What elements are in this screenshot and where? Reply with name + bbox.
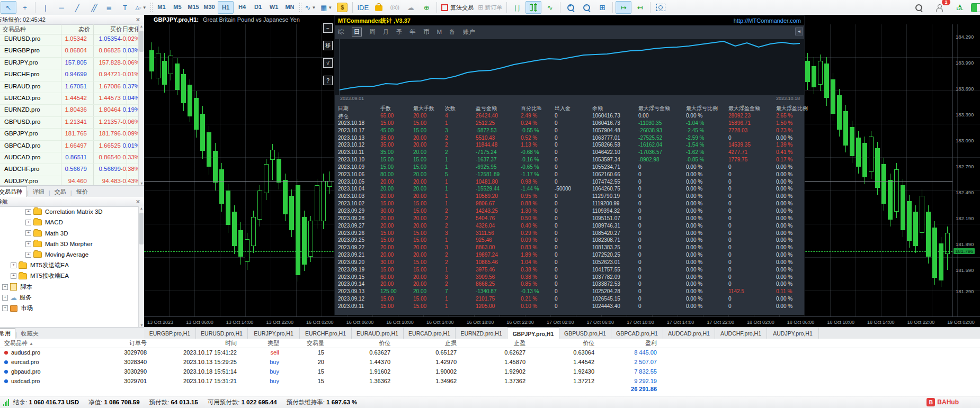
stats-row[interactable]: 2023.09.13125.0020.007-1340.87-0.13 %010… [335, 288, 804, 296]
tree-item[interactable]: +Moving Average [0, 249, 139, 260]
stats-row[interactable]: 2023.09.1115.0015.0011205.000.10 %010244… [335, 303, 804, 311]
navigator-tab-0[interactable]: 常用 [0, 328, 15, 339]
mtcommander-tab-0[interactable]: 综 [338, 28, 344, 36]
chart-tab[interactable]: EURJPY.pro,H1 [248, 328, 300, 339]
line-chart-mode-button[interactable]: ∿ [542, 2, 557, 13]
candle-chart-mode-button[interactable] [525, 1, 541, 14]
stats-row[interactable]: 2023.10.1815.0015.0012512.250.24 %010604… [335, 120, 804, 128]
stats-row[interactable]: 2023.10.1015.0015.001-1637.37-0.16 %0105… [335, 157, 804, 164]
position-row[interactable]: gbpaud.pro30302902023.10.18 15:51:14buy1… [0, 367, 980, 376]
bar-chart-mode-button[interactable]: ⌠⌡ [510, 2, 524, 13]
chart-tab[interactable]: GBPUSD.pro,H1 [559, 328, 611, 339]
stats-row[interactable]: 2023.10.0520.0020.00110481.800.98 %01074… [335, 179, 804, 186]
mtcommander-tab-7[interactable]: M [437, 29, 442, 35]
mtcommander-tab-1[interactable]: 日 [352, 28, 362, 37]
tree-item[interactable]: +MT5接收端EA [0, 271, 139, 282]
market-watch-tab-2[interactable]: 交易 [50, 187, 70, 197]
positions-column-header[interactable]: 止盈 [461, 339, 530, 347]
market-watch-row[interactable]: EURJPY.pro157.805157.828-0.06% [0, 58, 139, 69]
ide-button[interactable]: IDE [355, 2, 370, 13]
navigator-scrollbar[interactable]: ▲▼ [138, 206, 144, 327]
timeframe-mn[interactable]: MN [282, 1, 297, 13]
chart-tab[interactable]: EURCAD.pro,H1 [404, 328, 456, 339]
column-bid[interactable]: 卖价 [78, 25, 90, 33]
market-watch-row[interactable]: AUDCAD.pro0.865110.86540-0.33% [0, 152, 139, 164]
horizontal-line-tool-button[interactable]: ─ [54, 2, 69, 13]
mtcommander-tab-3[interactable]: 月 [383, 28, 389, 36]
tree-item[interactable]: +Math 3D [0, 228, 139, 239]
stats-row[interactable]: 2023.09.2120.0020.00219897.241.89 %01072… [335, 252, 804, 259]
mtcommander-tab-4[interactable]: 季 [396, 28, 403, 36]
indicators-button[interactable]: ▦▼ [319, 2, 334, 13]
chart-tab[interactable]: EURUSD.pro,H1 [196, 328, 248, 339]
stats-row[interactable]: 2023.09.1560.0020.0033909.560.38 %010377… [335, 274, 804, 282]
fibonacci-tool-button[interactable]: ≣ [102, 2, 117, 13]
community-button[interactable]: ⊕ [419, 2, 434, 13]
timeframe-m30[interactable]: M30 [202, 1, 217, 13]
mtcommander-tab-5[interactable]: 年 [410, 28, 416, 36]
close-icon[interactable]: ✕ [134, 16, 142, 23]
tree-item[interactable]: +市场 [0, 303, 139, 314]
market-watch-row[interactable]: EURCAD.pro1.445421.445730.04% [0, 93, 139, 105]
stats-row[interactable]: 2023.10.1335.0020.0025510.430.52 %010637… [335, 135, 804, 142]
timeframe-h1[interactable]: H1 [218, 1, 234, 14]
mtcommander-tab-6[interactable]: 币 [423, 28, 430, 36]
stats-row[interactable]: 2023.10.0215.0015.0019806.670.88 %011192… [335, 201, 804, 208]
timeframe-d1[interactable]: D1 [251, 1, 265, 13]
close-icon[interactable]: ✕ [134, 198, 142, 205]
chart-ea-button-1[interactable]: 移 [323, 41, 333, 50]
stats-row[interactable]: 2023.10.1745.0015.003-5872.53-0.55 %0105… [335, 128, 804, 135]
expand-icon[interactable]: + [25, 209, 31, 215]
market-store-button[interactable] [371, 2, 386, 13]
tile-windows-button[interactable]: ⊞ [595, 2, 610, 13]
market-watch-tab-3[interactable]: 报价 [72, 187, 92, 197]
market-watch-scrollbar[interactable]: ▲▼ [138, 24, 144, 185]
column-change[interactable]: 日变化 [122, 25, 140, 33]
position-row[interactable]: audusd.pro30297082023.10.17 15:41:22sell… [0, 348, 980, 357]
timeframe-h4[interactable]: H4 [235, 1, 250, 13]
stats-row[interactable]: 2023.09.2930.0015.00214243.251.30 %01109… [335, 208, 804, 215]
chart-tab[interactable]: GBPCAD.pro,H1 [611, 328, 663, 339]
chart-tab[interactable]: AUDCHF.pro,H1 [715, 328, 767, 339]
expand-icon[interactable]: + [25, 252, 31, 258]
market-watch-row[interactable]: GBPCAD.pro1.664971.665250.01% [0, 141, 139, 152]
tree-item[interactable]: +脚本 [0, 282, 139, 292]
crosshair-tool-button[interactable]: + [17, 2, 32, 13]
search-button[interactable] [911, 2, 926, 13]
market-watch-tab-1[interactable]: 详细 [29, 187, 49, 197]
stats-row[interactable]: 2023.10.0320.0020.00110589.200.95 %01129… [335, 193, 804, 201]
tree-item[interactable]: +Correlation Matrix 3D [0, 206, 139, 217]
mtcommander-tab-8[interactable]: 备 [449, 28, 456, 36]
stats-row[interactable]: 持仓65.0020.00426424.402.49 %01060416.730.… [335, 113, 804, 120]
timeframe-m1[interactable]: M1 [154, 1, 169, 13]
stats-row[interactable]: 2023.09.2720.0020.0024326.040.40 %010897… [335, 223, 804, 230]
tree-item[interactable]: +MT5发送端EA [0, 260, 139, 270]
auto-scroll-button[interactable]: ↤ [632, 2, 647, 13]
market-watch-tab-0[interactable]: 交易品种 [0, 186, 27, 197]
stats-row[interactable]: 2023.09.2820.0020.0025404.760.50 %010951… [335, 215, 804, 223]
expand-icon[interactable]: + [25, 230, 31, 236]
new-order-button[interactable]: ⊞新订单 [476, 2, 504, 13]
vps-button[interactable]: ☁ [403, 2, 418, 13]
stats-row[interactable]: 2023.09.1420.0020.0028668.250.85 %010338… [335, 281, 804, 288]
market-watch-row[interactable]: AUDJPY.pro94.46094.483-0.43% [0, 176, 139, 185]
chart-tab[interactable]: AUDCAD.pro,H1 [663, 328, 715, 339]
chart-tab[interactable]: EURCHF.pro,H1 [300, 328, 352, 339]
market-watch-row[interactable]: EURCHF.pro0.946990.94721-0.01% [0, 69, 139, 81]
stats-row[interactable]: 2023.09.1215.0015.0012101.750.21 %010265… [335, 296, 804, 303]
stats-row[interactable]: 2023.09.2220.0020.0038863.000.83 %010813… [335, 244, 804, 252]
expand-icon[interactable]: + [25, 220, 31, 225]
stats-row[interactable]: 2023.10.0915.0015.001-6925.95-0.65 %0105… [335, 164, 804, 171]
position-row[interactable]: eurcad.pro30283402023.10.13 15:29:25buy2… [0, 357, 980, 367]
zoom-out-button[interactable]: − [579, 2, 594, 13]
expand-icon[interactable]: + [2, 295, 8, 301]
positions-column-header[interactable]: 价位 [328, 339, 395, 347]
timeframe-m5[interactable]: M5 [170, 1, 185, 13]
chart-ea-button-3[interactable]: ? [323, 76, 333, 85]
column-symbol[interactable]: 交易品种 [3, 25, 26, 33]
chart-tab[interactable]: EURNZD.pro,H1 [456, 328, 507, 339]
mtcommander-tab-9[interactable]: 账户 [463, 28, 475, 36]
stats-row[interactable]: 2023.10.0680.0020.005-12581.89-1.17 %010… [335, 171, 804, 179]
cursor-tool-button[interactable]: ↖ [1, 1, 16, 14]
stats-row[interactable]: 2023.09.2030.0015.00210865.461.04 %01052… [335, 259, 804, 267]
